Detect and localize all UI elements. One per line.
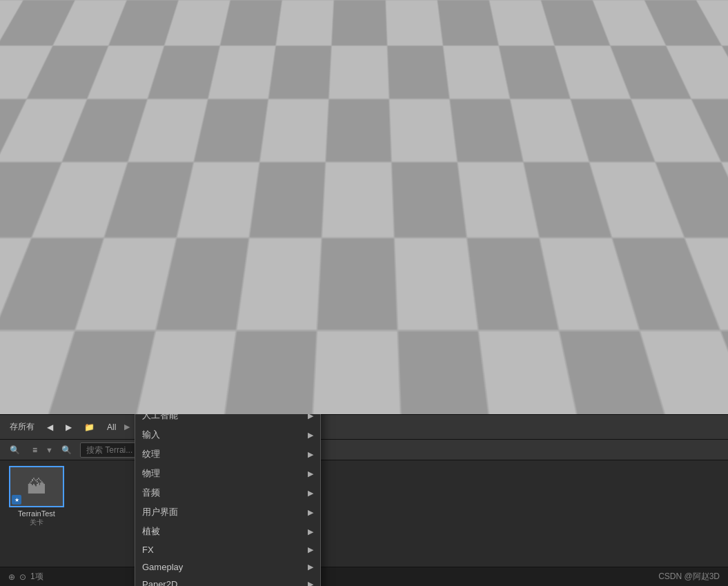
menu-item-paper2d[interactable]: Paper2D▶ xyxy=(135,576,320,586)
bottom-panel: 存所有 ◀ ▶ 📁 All ▶ 内容 过滤内容 🔍 ≡ ▼ 🔍 🏔 ★ Terr… xyxy=(0,414,728,586)
submenu-arrow-icon: ▶ xyxy=(308,489,313,498)
zoom-out-icon[interactable]: ⊕ xyxy=(8,572,15,582)
mountain-icon: 🏔 xyxy=(27,476,46,498)
menu-item-texture[interactable]: 纹理▶ xyxy=(135,445,320,464)
menu-item-editor_tools-label: 编辑器工具 xyxy=(142,255,187,267)
submenu-arrow-icon: ▶ xyxy=(308,276,313,285)
submenu-arrow-icon: ▶ xyxy=(308,469,313,478)
tooltip-warning-container: 警告：直接新建材质将增加着色器编译时间！请考虑通过现有材质创建材质实例。 xyxy=(331,202,614,228)
menu-section-basic: 创建基础资产 xyxy=(135,135,320,150)
submenu-arrow-icon: ▶ xyxy=(308,527,313,536)
menu-item-add-content[interactable]: + 添加功能或内容包...... xyxy=(135,50,320,71)
status-right: CSDN @阿赵3D xyxy=(658,571,720,583)
separator-2 xyxy=(135,133,320,133)
menu-item-transition_anim[interactable]: 过场动画▶ xyxy=(135,329,320,348)
menu-item-animation-label: 动画 xyxy=(142,293,160,306)
menu-item-tool_preset[interactable]: 工具预设▶ xyxy=(135,309,320,329)
menu-item-material[interactable]: 材质 xyxy=(135,150,320,170)
import-icon: ↓ xyxy=(142,33,156,47)
menu-item-audio[interactable]: 音频▶ xyxy=(135,483,320,502)
submenu-arrow-icon: ▶ xyxy=(308,392,313,401)
submenu-arrow-icon: ▶ xyxy=(308,411,313,420)
blueprint-icon: BP xyxy=(142,195,156,208)
menu-item-fx-label: FX xyxy=(142,545,154,555)
submenu-arrow-icon: ▶ xyxy=(308,295,313,304)
folder-icon: 📁 xyxy=(142,114,156,128)
status-left: ⊕ ⊙ 1项 xyxy=(8,571,43,583)
menu-item-import-label: 导入到/Game/azhao/TerrainTest.... xyxy=(161,34,299,46)
menu-item-input[interactable]: 输入▶ xyxy=(135,425,320,445)
asset-label: TerrainTest xyxy=(18,509,55,518)
menu-item-media[interactable]: 媒体▶ xyxy=(135,367,320,387)
asset-item-terrain[interactable]: 🏔 ★ TerrainTest 关卡 xyxy=(6,466,68,527)
add-content-icon: + xyxy=(142,54,156,68)
search-bar: 🔍 ≡ ▼ 🔍 xyxy=(0,440,728,460)
menu-item-material_adv[interactable]: 材质▶ xyxy=(135,271,320,290)
menu-item-blueprint[interactable]: BP 蓝图类 xyxy=(135,191,320,212)
breadcrumb-all[interactable]: All xyxy=(103,421,120,433)
asset-badge: ★ xyxy=(12,495,21,505)
menu-item-add-content-label: 添加功能或内容包...... xyxy=(161,55,248,67)
submenu-arrow-icon: ▶ xyxy=(308,508,313,517)
advanced-items-container: 编辑器工具▶材质▶动画▶工具预设▶过场动画▶蓝图▶媒体▶其他▶人工智能▶输入▶纹… xyxy=(135,251,320,586)
save-all-button[interactable]: 存所有 xyxy=(6,420,39,434)
menu-section-import: 获取内容 xyxy=(135,14,320,30)
menu-item-transition_anim-label: 过场动画 xyxy=(142,332,178,344)
tooltip-line1: 材质时一个资产，可应用于网格体来控制场景的视觉外观。 xyxy=(331,154,614,167)
menu-item-keyframe-label: 关卡 xyxy=(161,175,179,187)
menu-item-ui-label: 用户界面 xyxy=(142,506,178,518)
menu-item-texture-label: 纹理 xyxy=(142,448,160,460)
submenu-arrow-icon: ▶ xyxy=(308,545,313,554)
menu-item-animation[interactable]: 动画▶ xyxy=(135,290,320,309)
menu-item-physics-label: 物理 xyxy=(142,467,160,480)
asset-sublabel: 关卡 xyxy=(30,518,43,527)
menu-item-tool_preset-label: 工具预设 xyxy=(142,313,178,325)
keyframe-icon xyxy=(142,174,156,188)
material-icon xyxy=(142,153,156,167)
menu-item-vegetation[interactable]: 植被▶ xyxy=(135,522,320,541)
menu-item-physics[interactable]: 物理▶ xyxy=(135,464,320,483)
menu-item-niagara-label: Niagara系统 xyxy=(161,216,211,228)
tooltip-hint: 长按(Ctrl + Alt)获得更多信息 xyxy=(331,233,614,245)
submenu-arrow-icon: ▶ xyxy=(308,563,313,572)
nav-back-button[interactable]: ◀ xyxy=(43,421,57,433)
menu-item-editor_tools[interactable]: 编辑器工具▶ xyxy=(135,251,320,271)
submenu-arrow-icon: ▶ xyxy=(308,580,313,586)
filter-arrow: ▼ xyxy=(46,446,53,454)
submenu-arrow-icon: ▶ xyxy=(308,315,313,324)
content-area: 🏔 ★ TerrainTest 关卡 xyxy=(0,460,728,533)
menu-item-gameplay-label: Gameplay xyxy=(142,562,183,572)
menu-item-new-folder-label: 新建文件夹 xyxy=(161,115,206,127)
menu-item-niagara[interactable]: ★ Niagara系统 xyxy=(135,212,320,233)
filter-icon[interactable]: ≡ xyxy=(28,444,41,456)
submenu-arrow-icon: ▶ xyxy=(308,450,313,459)
menu-item-other-label: 其他 xyxy=(142,390,160,402)
menu-item-audio-label: 音频 xyxy=(142,487,160,499)
separator-1 xyxy=(135,93,320,94)
menu-item-gameplay[interactable]: Gameplay▶ xyxy=(135,558,320,576)
search-icon-2[interactable]: 🔍 xyxy=(57,444,76,456)
submenu-arrow-icon: ▶ xyxy=(308,353,313,362)
zoom-in-icon[interactable]: ⊙ xyxy=(19,572,26,582)
menu-section-folder: 文件夹 xyxy=(135,95,320,110)
breadcrumb-arrow-1: ▶ xyxy=(124,422,130,431)
quixel-icon: Q xyxy=(142,75,156,88)
menu-item-vegetation-label: 植被 xyxy=(142,525,160,538)
menu-item-blueprint_adv-label: 蓝图 xyxy=(142,351,160,364)
menu-item-blueprint_adv[interactable]: 蓝图▶ xyxy=(135,348,320,367)
nav-forward-button[interactable]: ▶ xyxy=(61,421,76,433)
submenu-arrow-icon: ▶ xyxy=(308,431,313,440)
menu-item-keyframe[interactable]: 关卡 xyxy=(135,170,320,191)
separator-3 xyxy=(135,234,320,235)
search-icon-left[interactable]: 🔍 xyxy=(6,444,24,456)
menu-item-material_adv-label: 材质 xyxy=(142,274,160,286)
folder-up-button[interactable]: 📁 xyxy=(80,421,99,433)
menu-item-other[interactable]: 其他▶ xyxy=(135,387,320,406)
menu-item-fx[interactable]: FX▶ xyxy=(135,541,320,558)
menu-item-new-folder[interactable]: 📁 新建文件夹 xyxy=(135,110,320,131)
menu-item-ui[interactable]: 用户界面▶ xyxy=(135,502,320,522)
menu-item-ai[interactable]: 人工智能▶ xyxy=(135,406,320,425)
menu-item-quixel-label: 添加Quixel内容 xyxy=(161,75,223,88)
menu-item-quixel[interactable]: Q 添加Quixel内容 xyxy=(135,71,320,92)
menu-item-import[interactable]: ↓ 导入到/Game/azhao/TerrainTest.... xyxy=(135,30,320,50)
